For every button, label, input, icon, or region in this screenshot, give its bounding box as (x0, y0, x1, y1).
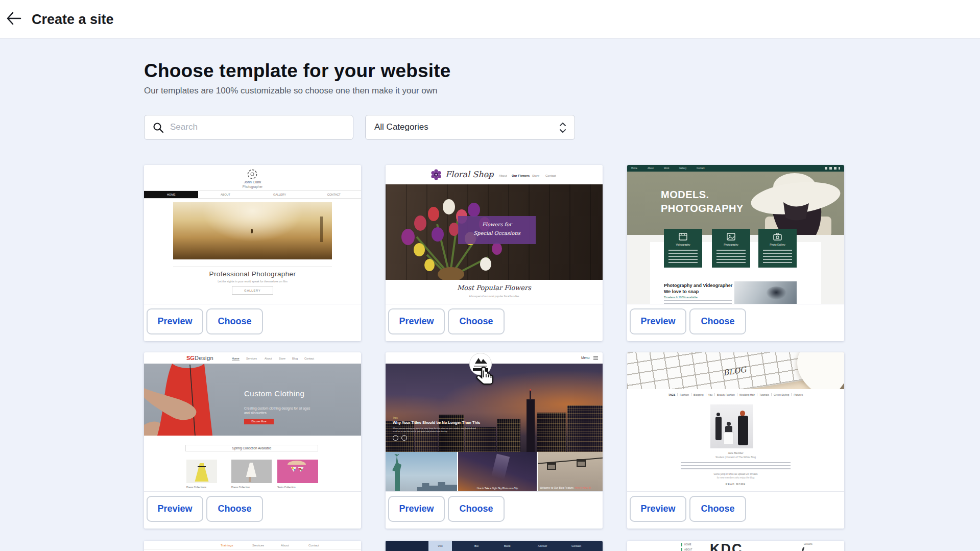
thumb-nav-item: Green Styling (771, 393, 791, 396)
choose-button[interactable]: Choose (689, 496, 746, 522)
thumb-nav-item: Contact (697, 167, 705, 170)
body-image-face (734, 281, 797, 304)
preview-button[interactable]: Preview (630, 496, 686, 522)
thumb-right-item: Lessons (804, 543, 812, 545)
thumb-nav-bar: Trainings Services About Contact (144, 541, 361, 550)
thumb-nav-item: Contact (571, 544, 581, 547)
template-card-clothing: SGDesign Home Services About Store Blog … (144, 352, 361, 529)
read-more-link: READ MORE (627, 483, 844, 486)
template-card-floral: Floral Shop Home About Our Flowers Store… (386, 165, 603, 341)
shoulders-shape (288, 461, 306, 465)
hero-subtitle-line1: Creating custom clothing designs for all… (244, 406, 310, 410)
thumb-hero-image-keyboard: BLOG (627, 352, 844, 389)
preview-button[interactable]: Preview (147, 496, 203, 522)
thumb-hero-image-tulips: Flowers for Special Occasions (386, 184, 603, 280)
choose-button[interactable]: Choose (448, 496, 505, 522)
post-caption: How to Take a Night Sky Photo on a Trip (458, 487, 537, 490)
search-icon (153, 122, 164, 133)
camera-icon (773, 233, 782, 241)
template-thumbnail-row3-right[interactable]: HOME ABOUT KDC Lessons (627, 541, 844, 551)
feature-text-lines (763, 249, 792, 263)
section-heading: Choose template for your website (144, 60, 451, 82)
template-thumbnail-clothing[interactable]: SGDesign Home Services About Store Blog … (144, 352, 361, 491)
template-thumbnail-blog[interactable]: BLOG TAGS Fashion Blogging You Beauty Fa… (627, 352, 844, 491)
body-title-line1: Photography and Videographer (664, 283, 732, 288)
empire-tower (527, 399, 535, 452)
choose-button[interactable]: Choose (689, 308, 746, 334)
slash-graphic (799, 547, 804, 551)
swim-top-left (291, 467, 297, 472)
thumb-nav-item: Tutorials (757, 393, 771, 396)
template-thumbnail-floral[interactable]: Floral Shop Home About Our Flowers Store… (386, 165, 603, 304)
template-thumbnail-models[interactable]: Home About Work Gallery Contact MODELS. … (627, 165, 844, 304)
choose-button[interactable]: Choose (448, 308, 505, 334)
post-paragraph-lines (681, 462, 791, 469)
figure-head (727, 422, 731, 426)
arrow-left-icon (6, 12, 21, 25)
hero-title-line2: PHOTOGRAPHY (661, 203, 744, 214)
choose-button[interactable]: Choose (206, 308, 263, 334)
thumb-menu-label: Menu (581, 356, 589, 360)
card-footer: Preview Choose (386, 491, 603, 529)
footer-note1: Come jump in while we upload GIF threads (627, 473, 844, 475)
app-header: Create a site (0, 0, 980, 39)
white-chair (724, 432, 734, 444)
hamburger-menu-icon (593, 356, 598, 360)
milky-way-band (491, 454, 510, 480)
template-card-row3-right: HOME ABOUT KDC Lessons (627, 541, 844, 551)
template-thumbnail-row3-left[interactable]: Trainings Services About Contact (144, 541, 361, 551)
template-card-models: Home About Work Gallery Contact MODELS. … (627, 165, 844, 341)
thumb-list-item: HOME (684, 543, 691, 546)
preview-button[interactable]: Preview (388, 308, 445, 334)
category-select[interactable]: All Categories (365, 115, 575, 140)
choose-button[interactable]: Choose (206, 496, 263, 522)
hero-title-line1: MODELS. (661, 189, 709, 201)
thumb-post-skilift: Welcome to Our Blog Feature, Here's How … (538, 452, 603, 491)
building (465, 427, 496, 452)
card-footer: Preview Choose (144, 491, 361, 529)
template-thumbnail-row3-middle[interactable]: Visit Bio Book Advisor Contact (386, 541, 603, 551)
thumb-cta-button: GALLERY (232, 286, 273, 295)
preview-button[interactable]: Preview (147, 308, 203, 334)
thumb-nav: TAGS Fashion Blogging You Beauty Fashion… (627, 393, 844, 396)
thumb-brand-kdc: KDC (710, 541, 743, 551)
feature-card-photo: Photography (712, 229, 750, 268)
body-title-line2: We love to snap (664, 289, 699, 294)
aperture-logo-icon (247, 169, 258, 180)
thumb-nav-item: Contact (304, 357, 314, 360)
search-input[interactable] (170, 115, 344, 138)
thumb-nav-item: ABOUT (198, 191, 252, 198)
thumb-nav-item: Fashion (677, 393, 691, 396)
card-footer: Preview Choose (627, 304, 844, 341)
building (567, 405, 603, 452)
thumb-nav-item: Store (279, 357, 285, 360)
template-card-travel: Menu Trips Why Your Titles Should be No … (386, 352, 603, 529)
thumb-brand-name: John Clark (144, 180, 361, 184)
product-caption: Dress Collections (186, 486, 206, 489)
search-box (144, 115, 353, 140)
thumb-nav-left-block (386, 541, 428, 551)
template-thumbnail-travel[interactable]: Menu Trips Why Your Titles Should be No … (386, 352, 603, 491)
logo-band (473, 368, 488, 371)
preview-button[interactable]: Preview (630, 308, 686, 334)
thumb-nav-bar: Home About Work Gallery Contact (627, 165, 844, 172)
thumb-nav-item: Our Flowers (512, 174, 530, 177)
spire-light (530, 389, 531, 391)
body-text-lines (664, 300, 732, 304)
feature-label: Photo Gallery (758, 243, 797, 246)
thumb-hero-image-model: MODELS. PHOTOGRAPHY (627, 172, 844, 235)
back-button[interactable] (6, 12, 23, 27)
legs-shape (249, 477, 251, 482)
hero-title: Why Your Titles Should be No Longer Than… (393, 420, 480, 425)
thumb-section-title: Most Popular Flowers (386, 284, 603, 292)
fence-post (320, 217, 323, 242)
template-thumbnail-photographer[interactable]: John Clark Photographer HOME ABOUT GALLE… (144, 165, 361, 304)
preview-button[interactable]: Preview (388, 496, 445, 522)
feature-card-video: Videography (664, 229, 702, 268)
product-thumb-white-dress (231, 460, 272, 483)
figure-silhouette (251, 229, 253, 233)
thumb-nav-item: About (499, 174, 507, 177)
thumb-nav-item: About (648, 167, 654, 170)
thumb-nav-item: Store (532, 174, 539, 177)
template-card-photographer: John Clark Photographer HOME ABOUT GALLE… (144, 165, 361, 341)
